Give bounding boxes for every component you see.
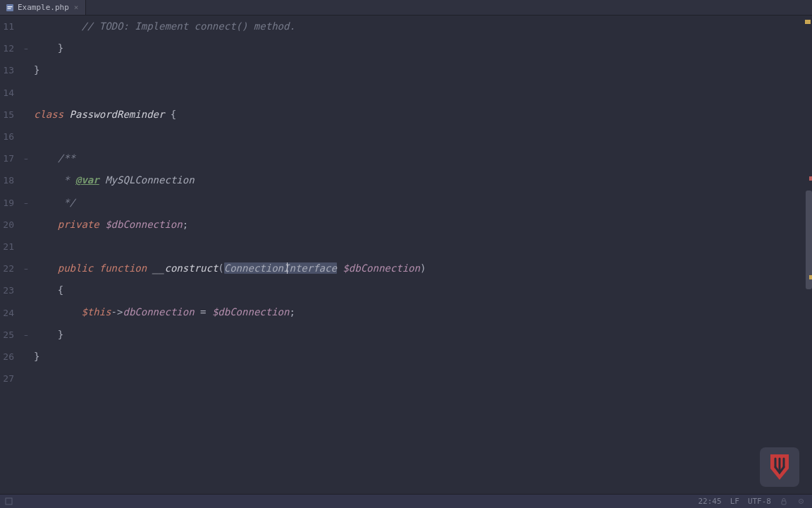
code-line[interactable]: private $dbConnection; xyxy=(34,214,812,236)
code-line[interactable]: } xyxy=(34,324,812,346)
line-number-gutter: 1112131415161718192021222324252627 xyxy=(0,16,21,494)
code-line[interactable] xyxy=(34,368,812,389)
warning-marker[interactable] xyxy=(809,275,812,279)
line-number: 18 xyxy=(0,169,14,191)
fold-toggle-icon[interactable]: − xyxy=(23,200,30,207)
line-number: 24 xyxy=(0,302,14,324)
line-number: 15 xyxy=(0,104,14,126)
code-line[interactable] xyxy=(34,236,812,258)
fold-toggle-icon[interactable]: − xyxy=(23,265,30,272)
line-number: 17 xyxy=(0,147,14,169)
editor[interactable]: 1112131415161718192021222324252627 −−−−−… xyxy=(0,16,812,494)
code-line[interactable]: $this->dbConnection = $dbConnection; xyxy=(34,301,812,323)
line-number: 25 xyxy=(0,324,14,346)
line-number: 14 xyxy=(0,82,14,104)
line-number: 21 xyxy=(0,236,14,258)
php-file-icon xyxy=(6,4,14,12)
line-number: 22 xyxy=(0,258,14,279)
svg-rect-4 xyxy=(782,501,786,504)
code-area[interactable]: // TODO: Implement connect() method. }}c… xyxy=(32,16,812,494)
fold-toggle-icon[interactable]: − xyxy=(23,155,30,162)
inspector-icon[interactable] xyxy=(796,497,805,506)
code-line[interactable]: public function __construct(ConnectionIn… xyxy=(34,258,812,279)
code-line[interactable] xyxy=(34,126,812,147)
line-number: 16 xyxy=(0,126,14,147)
code-line[interactable]: * @var MySQLConnection xyxy=(34,169,812,191)
tab-filename: Example.php xyxy=(18,3,69,12)
scrollbar-thumb[interactable] xyxy=(806,190,812,289)
line-number: 19 xyxy=(0,192,14,214)
code-line[interactable]: { xyxy=(34,279,812,301)
file-encoding[interactable]: UTF-8 xyxy=(748,497,771,506)
error-marker[interactable] xyxy=(809,176,812,181)
line-number: 26 xyxy=(0,346,14,368)
status-indicator-icon[interactable] xyxy=(4,497,13,506)
scrollbar[interactable] xyxy=(802,16,812,494)
line-ending[interactable]: LF xyxy=(730,497,739,506)
code-line[interactable]: } xyxy=(34,37,812,59)
line-number: 13 xyxy=(0,59,14,81)
tab-close-icon[interactable]: × xyxy=(73,3,80,12)
code-line[interactable] xyxy=(34,82,812,104)
svg-point-6 xyxy=(800,501,801,502)
svg-rect-3 xyxy=(6,498,12,504)
status-bar: 22:45 LF UTF-8 xyxy=(0,494,812,508)
selected-text[interactable]: ConnectionInterface xyxy=(224,262,337,274)
svg-rect-0 xyxy=(6,4,13,11)
code-line[interactable]: } xyxy=(34,346,812,368)
code-line[interactable]: // TODO: Implement connect() method. xyxy=(34,16,812,37)
code-line[interactable]: */ xyxy=(34,192,812,214)
fold-gutter[interactable]: −−−−− xyxy=(21,16,32,494)
svg-rect-2 xyxy=(8,8,11,8)
line-number: 20 xyxy=(0,214,14,236)
tab-bar: Example.php × xyxy=(0,0,812,16)
fold-toggle-icon[interactable]: − xyxy=(23,332,30,339)
line-number: 11 xyxy=(0,16,14,37)
warning-marker[interactable] xyxy=(805,20,811,24)
svg-rect-1 xyxy=(8,6,13,7)
brand-logo xyxy=(760,447,799,487)
code-line[interactable]: class PasswordReminder { xyxy=(34,104,812,126)
line-number: 23 xyxy=(0,279,14,301)
file-tab[interactable]: Example.php × xyxy=(0,0,86,15)
code-line[interactable]: /** xyxy=(34,147,812,169)
line-number: 12 xyxy=(0,37,14,59)
code-line[interactable]: } xyxy=(34,59,812,81)
line-number: 27 xyxy=(0,368,14,389)
lock-icon[interactable] xyxy=(780,497,788,506)
cursor-position[interactable]: 22:45 xyxy=(699,497,722,506)
fold-toggle-icon[interactable]: − xyxy=(23,45,30,52)
